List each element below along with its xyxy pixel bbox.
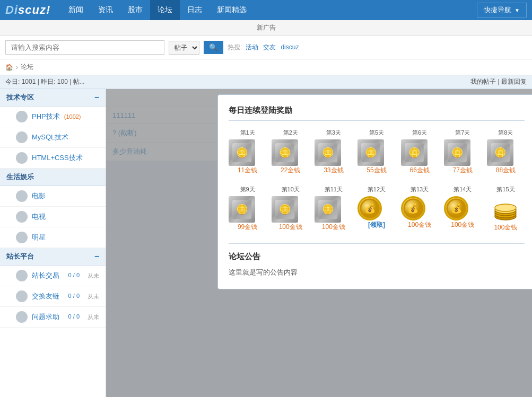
day-coin-11: 🪙 — [315, 196, 341, 223]
svg-text:💰: 💰 — [450, 203, 462, 214]
forum-icon — [16, 211, 28, 223]
forum-icon — [16, 190, 28, 202]
day-coin-6: 🪙 — [401, 139, 428, 166]
day-item-1: 第1天 🪙 11金钱 — [229, 129, 266, 175]
daily-login-modal: 每日连续登陆奖励 第1天 🪙 11金钱 第2天 — [217, 94, 532, 289]
sidebar-item-help[interactable]: 问题求助 0 / 0 从未 — [0, 307, 106, 328]
nav-item-zixun[interactable]: 资讯 — [91, 0, 120, 20]
svg-text:🪙: 🪙 — [236, 204, 248, 215]
notice-title: 论坛公告 — [229, 252, 525, 262]
search-icon: 🔍 — [209, 43, 218, 51]
latest-replies-link[interactable]: 最新回复 — [501, 78, 527, 85]
day-item-14: 第14天 💰 100金钱 — [444, 186, 482, 232]
svg-point-30 — [495, 204, 516, 211]
login-grid-row1: 第1天 🪙 11金钱 第2天 🪙 22金钱 — [229, 129, 525, 175]
search-bar: 帖子 🔍 热搜: 活动 交友 discuz — [0, 36, 532, 59]
forum-icon — [16, 270, 28, 281]
logo: Discuz! — [5, 3, 50, 17]
sidebar-item-movies[interactable]: 电影 — [0, 186, 106, 207]
day-coin-12: 💰 — [357, 196, 382, 220]
chevron-down-icon: ▼ — [514, 7, 520, 13]
breadcrumb-home[interactable]: 🏠 — [5, 64, 13, 71]
sidebar-item-htmlcss[interactable]: HTML+CSS技术 — [0, 148, 106, 169]
hot-link-friends[interactable]: 交友 — [263, 43, 276, 51]
svg-text:🪙: 🪙 — [322, 204, 334, 215]
forum-notice-section: 论坛公告 这里就是写的公告内容 — [229, 243, 525, 278]
nav-item-forum[interactable]: 论坛 — [150, 0, 180, 20]
day-item-2: 第2天 🪙 22金钱 — [272, 129, 309, 175]
search-input[interactable] — [5, 40, 164, 55]
svg-text:💰: 💰 — [407, 203, 419, 214]
forum-icon — [16, 131, 28, 143]
day-item-8: 第8天 🪙 88金钱 — [487, 129, 525, 175]
svg-text:🪙: 🪙 — [365, 147, 377, 158]
sidebar-section-tech: 技术专区 − — [0, 89, 106, 107]
forum-icon — [16, 111, 28, 122]
quick-nav-button[interactable]: 快捷导航 ▼ — [477, 3, 527, 17]
day-coin-8: 🪙 — [487, 139, 513, 166]
breadcrumb-current: 论坛 — [21, 63, 33, 72]
help-last: 从未 — [88, 313, 99, 321]
hot-link-discuz[interactable]: discuz — [281, 43, 299, 51]
content-area: 最新帖子区域 111111 09:55 admin ? (截断) 11:04 天… — [106, 89, 532, 397]
stats-bar: 今日: 1001 | 昨日: 100 | 帖... 我的帖子 | 最新回复 — [0, 75, 532, 89]
hot-link-activity[interactable]: 活动 — [246, 43, 258, 51]
nav-item-news-selected[interactable]: 新闻精选 — [210, 0, 254, 20]
breadcrumb: 🏠 › 论坛 — [0, 59, 532, 75]
help-stats: 0 / 0 — [68, 313, 80, 321]
svg-text:🪙: 🪙 — [322, 147, 334, 158]
svg-text:🪙: 🪙 — [451, 147, 464, 158]
day-item-13: 第13天 💰 100金钱 — [401, 186, 439, 232]
day-item-5: 第5天 🪙 55金钱 — [357, 129, 395, 175]
breadcrumb-separator: › — [16, 64, 18, 71]
sidebar-item-stars[interactable]: 明星 — [0, 227, 106, 248]
collapse-webmaster-button[interactable]: − — [94, 252, 99, 261]
nav-item-gushi[interactable]: 股市 — [120, 0, 150, 20]
svg-text:🪙: 🪙 — [279, 204, 291, 215]
day-item-15: 第15天 100金钱 — [487, 186, 525, 232]
day-item-10: 第10天 🪙 100金钱 — [272, 186, 309, 232]
day-item-12: 第12天 💰 [领取] — [357, 186, 395, 232]
sidebar-item-php[interactable]: PHP技术 (1002) — [0, 107, 106, 127]
main-nav: 新闻 资讯 股市 论坛 日志 新闻精选 — [61, 0, 477, 20]
sidebar-item-mysql[interactable]: MySQL技术 — [0, 127, 106, 148]
day-coin-14: 💰 — [444, 196, 468, 220]
day-coin-10: 🪙 — [272, 196, 298, 223]
day-coin-9: 🪙 — [229, 196, 255, 223]
modal-daily-title: 每日连续登陆奖励 — [229, 105, 525, 121]
search-button[interactable]: 🔍 — [204, 41, 223, 54]
stats-links: 我的帖子 | 最新回复 — [470, 77, 527, 86]
day-item-7: 第7天 🪙 77金钱 — [444, 129, 482, 175]
sidebar-section-life: 生活娱乐 — [0, 169, 106, 186]
day-coin-1: 🪙 — [229, 139, 255, 166]
links-stats: 0 / 0 — [68, 293, 80, 301]
day-coin-2: 🪙 — [272, 139, 298, 166]
collapse-tech-button[interactable]: − — [94, 93, 99, 102]
hot-search: 热搜: 活动 交友 discuz — [228, 43, 300, 52]
trade-last: 从未 — [88, 272, 99, 280]
sidebar-section-webmaster: 站长平台 − — [0, 248, 106, 266]
my-posts-link[interactable]: 我的帖子 — [470, 78, 496, 85]
sidebar-item-links[interactable]: 交换友链 0 / 0 从未 — [0, 286, 106, 307]
day-item-11: 第11天 🪙 100金钱 — [315, 186, 352, 232]
stats-text: 今日: 1001 | 昨日: 100 | 帖... — [5, 77, 85, 86]
sidebar: 技术专区 − PHP技术 (1002) MySQL技术 HTML+CSS技术 生… — [0, 89, 106, 397]
day-item-9: 第9天 🪙 99金钱 — [229, 186, 266, 232]
main-layout: 技术专区 − PHP技术 (1002) MySQL技术 HTML+CSS技术 生… — [0, 89, 532, 397]
day-coin-3: 🪙 — [315, 139, 341, 166]
sidebar-item-tv[interactable]: 电视 — [0, 207, 106, 227]
forum-icon — [16, 232, 28, 243]
day-coin-7: 🪙 — [444, 139, 470, 166]
day-item-3: 第3天 🪙 33金钱 — [315, 129, 352, 175]
svg-text:🪙: 🪙 — [494, 147, 507, 158]
header: Discuz! 新闻 资讯 股市 论坛 日志 新闻精选 快捷导航 ▼ — [0, 0, 532, 20]
ad-bar: 新广告 — [0, 20, 532, 36]
trade-stats: 0 / 0 — [68, 272, 80, 280]
svg-text:🪙: 🪙 — [279, 147, 291, 158]
notice-content: 这里就是写的公告内容 — [229, 267, 525, 278]
nav-item-news[interactable]: 新闻 — [61, 0, 91, 20]
sidebar-item-trade[interactable]: 站长交易 0 / 0 从未 — [0, 266, 106, 286]
search-type-select[interactable]: 帖子 — [169, 41, 199, 55]
svg-text:💰: 💰 — [364, 203, 376, 214]
nav-item-diary[interactable]: 日志 — [180, 0, 210, 20]
